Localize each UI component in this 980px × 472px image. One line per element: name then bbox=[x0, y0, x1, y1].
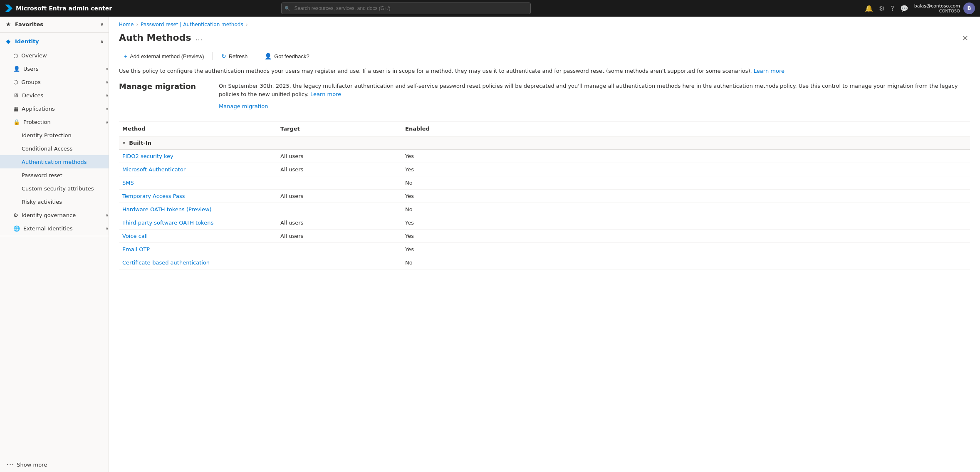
identity-protection-label: Identity Protection bbox=[22, 132, 72, 138]
favorites-label: Favorites bbox=[15, 21, 97, 27]
applications-label: Applications bbox=[22, 106, 54, 112]
identity-governance-chevron-icon: ∨ bbox=[106, 213, 109, 217]
refresh-button[interactable]: ↻ Refresh bbox=[216, 50, 253, 62]
table-row: Microsoft Authenticator All users Yes bbox=[119, 163, 970, 176]
refresh-icon: ↻ bbox=[221, 53, 226, 59]
user-tenant: CONTOSO bbox=[914, 9, 960, 13]
feedback-icon[interactable]: 💬 bbox=[900, 5, 908, 12]
custom-security-label: Custom security attributes bbox=[22, 185, 94, 192]
column-target: Target bbox=[277, 126, 402, 132]
sidebar-item-identity-protection[interactable]: Identity Protection bbox=[0, 129, 109, 142]
risky-activities-label: Risky activities bbox=[22, 199, 62, 205]
page-title: Auth Methods bbox=[119, 32, 191, 43]
method-sms[interactable]: SMS bbox=[119, 180, 277, 186]
protection-label: Protection bbox=[23, 119, 51, 125]
sidebar-item-groups[interactable]: ⬡ Groups ∨ bbox=[0, 75, 109, 89]
breadcrumb-sep-2: › bbox=[246, 22, 248, 27]
learn-more-link[interactable]: Learn more bbox=[754, 68, 784, 74]
external-identities-icon: 🌐 bbox=[13, 225, 20, 232]
sidebar-item-conditional-access[interactable]: Conditional Access bbox=[0, 142, 109, 155]
migration-title: Manage migration bbox=[119, 82, 202, 91]
identity-label: Identity bbox=[15, 38, 97, 44]
users-chevron-icon: ∨ bbox=[106, 67, 109, 71]
sidebar-item-authentication-methods[interactable]: Authentication methods bbox=[0, 155, 109, 168]
protection-chevron-icon: ∧ bbox=[106, 120, 109, 124]
brand-title: Microsoft Entra admin center bbox=[16, 5, 112, 12]
migration-learn-more-link[interactable]: Learn more bbox=[310, 91, 341, 97]
migration-section: Manage migration On September 30th, 2025… bbox=[119, 82, 970, 111]
sidebar-item-password-reset[interactable]: Password reset bbox=[0, 168, 109, 182]
table-row: Temporary Access Pass All users Yes bbox=[119, 190, 970, 203]
sidebar-item-applications[interactable]: ▦ Applications ∨ bbox=[0, 102, 109, 115]
identity-governance-label: Identity governance bbox=[22, 212, 76, 218]
identity-governance-icon: ⚙ bbox=[13, 212, 18, 218]
group-label: Built-In bbox=[129, 140, 151, 146]
table-row: Hardware OATH tokens (Preview) No bbox=[119, 203, 970, 216]
method-authenticator[interactable]: Microsoft Authenticator bbox=[119, 166, 277, 173]
sidebar-item-identity[interactable]: ◆ Identity ∧ bbox=[0, 34, 109, 49]
brand-logo[interactable]: Microsoft Entra admin center bbox=[5, 5, 112, 12]
column-method: Method bbox=[119, 126, 277, 132]
method-third-party-oath[interactable]: Third-party software OATH tokens bbox=[119, 220, 277, 226]
toolbar-divider-1 bbox=[213, 52, 213, 60]
enabled-voice: Yes bbox=[402, 233, 485, 239]
sidebar-item-show-more[interactable]: ··· Show more bbox=[0, 457, 109, 472]
enabled-authenticator: Yes bbox=[402, 166, 485, 173]
enabled-email-otp: Yes bbox=[402, 246, 485, 252]
user-info[interactable]: balas@contoso.com CONTOSO B bbox=[914, 2, 975, 14]
target-voice: All users bbox=[277, 233, 402, 239]
breadcrumb-sep-1: › bbox=[136, 22, 138, 27]
page-header: Auth Methods ... × bbox=[109, 30, 980, 50]
table-row: FIDO2 security key All users Yes bbox=[119, 150, 970, 163]
authentication-methods-label: Authentication methods bbox=[22, 159, 87, 165]
target-tap: All users bbox=[277, 193, 402, 199]
groups-label: Groups bbox=[21, 79, 40, 85]
method-email-otp[interactable]: Email OTP bbox=[119, 246, 277, 252]
method-hardware-oath[interactable]: Hardware OATH tokens (Preview) bbox=[119, 206, 277, 213]
help-icon[interactable]: ? bbox=[891, 5, 894, 12]
breadcrumb-home[interactable]: Home bbox=[119, 22, 134, 27]
sidebar-item-users[interactable]: 👤 Users ∨ bbox=[0, 62, 109, 75]
sidebar-item-risky-activities[interactable]: Risky activities bbox=[0, 195, 109, 208]
feedback-label: Got feedback? bbox=[274, 53, 309, 59]
users-icon: 👤 bbox=[13, 66, 20, 72]
external-identities-label: External Identities bbox=[23, 225, 73, 232]
method-tap[interactable]: Temporary Access Pass bbox=[119, 193, 277, 199]
applications-icon: ▦ bbox=[13, 106, 18, 112]
sidebar-item-custom-security[interactable]: Custom security attributes bbox=[0, 182, 109, 195]
method-fido2[interactable]: FIDO2 security key bbox=[119, 153, 277, 159]
star-icon: ★ bbox=[5, 21, 12, 27]
add-external-method-button[interactable]: + Add external method (Preview) bbox=[119, 50, 209, 62]
overview-icon: ○ bbox=[13, 52, 18, 59]
password-reset-label: Password reset bbox=[22, 172, 62, 178]
manage-migration-link[interactable]: Manage migration bbox=[219, 102, 970, 111]
method-cert-auth[interactable]: Certificate-based authentication bbox=[119, 259, 277, 266]
info-text-content: Use this policy to configure the authent… bbox=[119, 68, 752, 74]
sidebar-item-external-identities[interactable]: 🌐 External Identities ∨ bbox=[0, 222, 109, 235]
devices-label: Devices bbox=[22, 92, 43, 99]
avatar[interactable]: B bbox=[963, 2, 975, 14]
more-options-button[interactable]: ... bbox=[195, 33, 202, 42]
migration-content: On September 30th, 2025, the legacy mult… bbox=[219, 82, 970, 111]
sidebar-item-devices[interactable]: 🖥 Devices ∨ bbox=[0, 89, 109, 102]
search-input[interactable] bbox=[281, 2, 531, 14]
sidebar-item-protection[interactable]: 🔒 Protection ∧ bbox=[0, 115, 109, 129]
breadcrumb-password-reset[interactable]: Password reset | Authentication methods bbox=[141, 22, 243, 27]
plus-icon: + bbox=[124, 53, 127, 59]
sidebar-item-overview[interactable]: ○ Overview bbox=[0, 49, 109, 62]
group-built-in[interactable]: ∨ Built-In bbox=[119, 136, 970, 150]
feedback-button[interactable]: 👤 Got feedback? bbox=[260, 50, 314, 62]
chevron-down-icon: ∨ bbox=[100, 22, 104, 27]
settings-icon[interactable]: ⚙ bbox=[879, 5, 885, 12]
column-enabled: Enabled bbox=[402, 126, 485, 132]
group-chevron-icon: ∨ bbox=[122, 141, 126, 145]
enabled-third-party-oath: Yes bbox=[402, 220, 485, 226]
sidebar-item-identity-governance[interactable]: ⚙ Identity governance ∨ bbox=[0, 208, 109, 222]
close-button[interactable]: × bbox=[960, 32, 970, 44]
table-header: Method Target Enabled bbox=[119, 121, 970, 136]
sidebar-item-favorites[interactable]: ★ Favorites ∨ bbox=[0, 17, 109, 32]
notification-icon[interactable]: 🔔 bbox=[865, 5, 873, 12]
conditional-access-label: Conditional Access bbox=[22, 146, 72, 152]
method-voice[interactable]: Voice call bbox=[119, 233, 277, 239]
table-row: Voice call All users Yes bbox=[119, 230, 970, 243]
